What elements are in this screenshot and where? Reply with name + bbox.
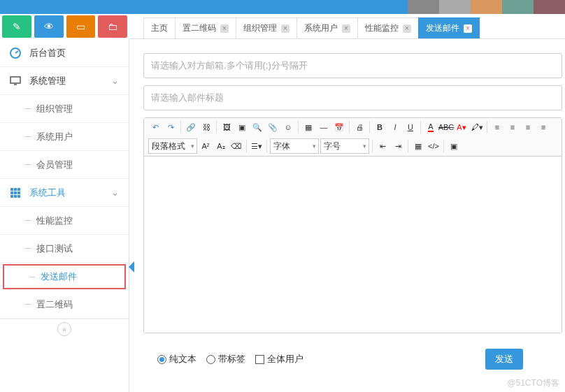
align-justify-icon[interactable]: ≡ xyxy=(536,120,550,134)
folder-icon: 🗀 xyxy=(107,21,118,32)
theme-swatch[interactable] xyxy=(439,0,471,14)
align-center-icon[interactable]: ≡ xyxy=(506,120,520,134)
checkbox-allusers[interactable]: 全体用户 xyxy=(255,353,303,365)
date-icon[interactable]: 📅 xyxy=(332,120,346,134)
monitor-icon xyxy=(10,75,21,87)
svg-rect-2 xyxy=(10,188,13,191)
strike-icon[interactable]: ABC xyxy=(439,120,453,134)
redo-icon[interactable]: ↷ xyxy=(164,120,178,134)
radio-plain[interactable]: 纯文本 xyxy=(157,353,196,365)
link-icon[interactable]: 🔗 xyxy=(184,120,198,134)
action-book-button[interactable]: ▭ xyxy=(66,15,96,38)
table2-icon[interactable]: ▦ xyxy=(411,139,425,153)
tab-home[interactable]: 主页 xyxy=(143,17,176,38)
bgcolor-icon[interactable]: 🖍▾ xyxy=(470,120,484,134)
sidebar-item-perf[interactable]: 性能监控 xyxy=(0,207,129,235)
tab-qrcode[interactable]: 置二维码× xyxy=(175,17,236,38)
close-icon[interactable]: × xyxy=(342,24,350,33)
align-left-icon[interactable]: ≡ xyxy=(490,120,504,134)
sidebar-item-sendmail[interactable]: 发送邮件 xyxy=(3,264,126,289)
image-icon[interactable]: 🖼 xyxy=(220,120,234,134)
pencil-icon: ✎ xyxy=(11,21,22,32)
chevron-down-icon: ⌄ xyxy=(111,187,119,198)
bold-icon[interactable]: B xyxy=(373,120,387,134)
active-indicator-icon xyxy=(129,261,134,273)
sidebar-label: 系统管理 xyxy=(29,75,66,87)
svg-rect-1 xyxy=(10,77,20,83)
svg-rect-8 xyxy=(10,195,13,198)
editor-toolbar: ↶ ↷ 🔗 ⛓ 🖼 ▣ 🔍 📎 ☺ ▦ — 📅 🖨 xyxy=(144,118,562,157)
editor-body[interactable] xyxy=(144,157,562,333)
tab-perf[interactable]: 性能监控× xyxy=(357,17,419,38)
action-edit-button[interactable]: ✎ xyxy=(2,15,31,38)
undo-icon[interactable]: ↶ xyxy=(148,120,162,134)
svg-rect-7 xyxy=(17,191,20,194)
indent-icon[interactable]: ⇤ xyxy=(376,139,389,153)
svg-rect-4 xyxy=(17,188,20,191)
svg-rect-3 xyxy=(14,188,17,191)
grid-icon xyxy=(10,187,21,198)
fontcolor2-icon[interactable]: A▾ xyxy=(455,120,469,134)
print-icon[interactable]: 🖨 xyxy=(352,120,366,134)
template-icon[interactable]: ▣ xyxy=(447,139,461,153)
close-icon[interactable]: × xyxy=(464,24,472,33)
svg-rect-10 xyxy=(17,195,20,198)
close-icon[interactable]: × xyxy=(220,24,229,33)
svg-rect-9 xyxy=(14,195,17,198)
theme-swatch[interactable] xyxy=(502,0,534,14)
theme-swatch[interactable] xyxy=(471,0,502,14)
tab-sendmail[interactable]: 发送邮件× xyxy=(418,17,480,38)
subject-input[interactable]: 请选输入邮件标题 xyxy=(143,85,562,110)
fontsize-select[interactable]: 字号 xyxy=(320,138,369,154)
top-bar xyxy=(0,0,565,14)
sidebar-item-apitest[interactable]: 接口测试 xyxy=(0,235,129,263)
close-icon[interactable]: × xyxy=(403,24,411,33)
tab-users[interactable]: 系统用户× xyxy=(296,17,358,38)
svg-rect-6 xyxy=(14,191,17,194)
align-right-icon[interactable]: ≡ xyxy=(521,120,535,134)
table-icon[interactable]: ▦ xyxy=(301,120,315,134)
outdent-icon[interactable]: ⇥ xyxy=(391,139,405,153)
search-icon[interactable]: 🔍 xyxy=(250,120,264,134)
theme-swatch[interactable] xyxy=(534,0,565,14)
sub-icon[interactable]: A₂ xyxy=(214,139,228,153)
sidebar: 后台首页 系统管理 ⌄ 组织管理 系统用户 会员管理 系统工具 ⌄ 性能监控 接… xyxy=(0,39,129,392)
sup-icon[interactable]: A² xyxy=(199,139,213,153)
format-select[interactable]: 段落格式 xyxy=(148,138,197,154)
action-folder-button[interactable]: 🗀 xyxy=(98,15,127,38)
sidebar-item-member[interactable]: 会员管理 xyxy=(0,151,129,179)
font-select[interactable]: 字体 xyxy=(270,138,319,154)
code-icon[interactable]: </> xyxy=(427,139,441,153)
chevron-down-icon: ⌄ xyxy=(111,75,119,86)
sidebar-item-systools[interactable]: 系统工具 ⌄ xyxy=(0,179,129,207)
sidebar-item-sysuser[interactable]: 系统用户 xyxy=(0,123,129,151)
hr-icon[interactable]: — xyxy=(317,120,331,134)
send-button[interactable]: 发送 xyxy=(485,349,523,370)
rich-editor: ↶ ↷ 🔗 ⛓ 🖼 ▣ 🔍 📎 ☺ ▦ — 📅 🖨 xyxy=(143,117,562,333)
sidebar-item-org[interactable]: 组织管理 xyxy=(0,95,129,123)
eye-icon: 👁 xyxy=(43,21,55,32)
sidebar-item-qrcode[interactable]: 置二维码 xyxy=(0,291,129,319)
action-view-button[interactable]: 👁 xyxy=(34,15,64,38)
chevron-right-icon: » xyxy=(57,322,71,336)
sidebar-item-home[interactable]: 后台首页 xyxy=(0,39,129,67)
close-icon[interactable]: × xyxy=(281,24,289,33)
radio-icon xyxy=(206,355,215,364)
sidebar-item-sysmgmt[interactable]: 系统管理 ⌄ xyxy=(0,67,129,95)
underline-icon[interactable]: U xyxy=(403,120,417,134)
attach-icon[interactable]: 📎 xyxy=(266,120,280,134)
radio-tag[interactable]: 带标签 xyxy=(206,353,245,365)
emoji-icon[interactable]: ☺ xyxy=(281,120,295,134)
fontcolor-icon[interactable]: A xyxy=(424,120,438,134)
unlink-icon[interactable]: ⛓ xyxy=(199,120,213,134)
video-icon[interactable]: ▣ xyxy=(235,120,249,134)
clear-icon[interactable]: ⌫ xyxy=(229,139,243,153)
recipient-input[interactable]: 请选输入对方邮箱,多个请用(;)分号隔开 xyxy=(143,53,562,78)
sidebar-collapse-button[interactable]: » xyxy=(0,319,129,338)
tab-org[interactable]: 组织管理× xyxy=(236,17,297,38)
list-ol-icon[interactable]: ☰▾ xyxy=(250,139,264,153)
checkbox-icon xyxy=(255,355,264,364)
tab-bar: 主页 置二维码× 组织管理× 系统用户× 性能监控× 发送邮件× xyxy=(129,14,565,39)
italic-icon[interactable]: I xyxy=(388,120,402,134)
theme-swatch[interactable] xyxy=(408,0,439,14)
